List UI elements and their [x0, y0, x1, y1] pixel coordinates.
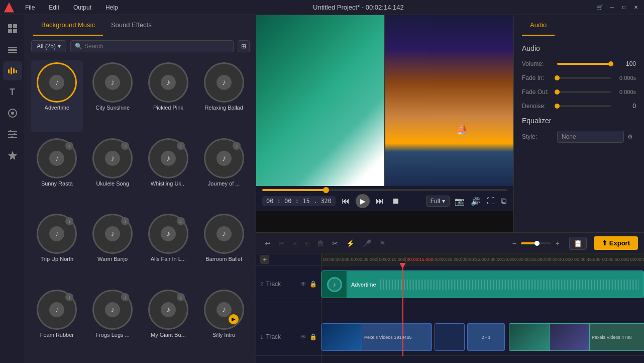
- video-clip-3[interactable]: 2 - 1: [467, 323, 505, 351]
- speed-button[interactable]: ⚡: [344, 238, 357, 249]
- eq-settings-icon[interactable]: ⚙: [624, 131, 636, 143]
- sidebar-item-text[interactable]: T: [3, 82, 22, 102]
- list-item[interactable]: ♪ ↓ Journey of ...: [198, 136, 250, 208]
- video-clip-4[interactable]: Pexels Videos 4708: [509, 323, 644, 351]
- list-item[interactable]: ♪ ↓ Alls Fair In L...: [143, 212, 194, 284]
- zoom-out-button[interactable]: −: [509, 238, 518, 249]
- menu-help[interactable]: Help: [102, 2, 121, 13]
- ruler-tick: 00:00:25.000: [461, 257, 489, 262]
- list-item[interactable]: ♪ ↓ Ukulele Song: [87, 136, 139, 208]
- sidebar-item-media[interactable]: [3, 19, 22, 38]
- delete-button[interactable]: 🗑: [314, 238, 327, 249]
- audio-disc-icon: ♪: [327, 277, 342, 292]
- grid-view-button[interactable]: ⊞: [238, 40, 250, 52]
- skip-back-button[interactable]: ⏮: [340, 196, 352, 207]
- quality-selector[interactable]: Full ▾: [426, 196, 450, 207]
- export-button[interactable]: ⬆ Export: [594, 236, 638, 250]
- marker-button[interactable]: ⚑: [377, 238, 388, 249]
- sidebar-item-audio[interactable]: [3, 61, 22, 80]
- voice-button[interactable]: 🎤: [360, 238, 374, 249]
- track-row-2: ♪ Advertime: [321, 265, 644, 303]
- music-disc-icon: ♪: [161, 151, 176, 166]
- list-item[interactable]: ♪ Advertime: [31, 60, 83, 132]
- denoise-slider[interactable]: [557, 105, 611, 107]
- undo-button[interactable]: ↩: [262, 238, 273, 249]
- volume-button[interactable]: 🔊: [470, 196, 482, 207]
- add-track-button[interactable]: +: [260, 255, 269, 264]
- transport-controls: 00 : 00 : 15 . 320 ⏮ ▶ ⏭ ⏹ Full ▾ 📷 🔊 ⛶ …: [262, 194, 507, 208]
- play-button[interactable]: ▶: [356, 194, 370, 208]
- video-thumb-1: [322, 324, 362, 350]
- ruler-tick: 00:00:20.000: [433, 257, 461, 262]
- video-clip-3-label: 2 - 1: [481, 335, 490, 340]
- cut-button[interactable]: ✂: [276, 238, 287, 249]
- list-item[interactable]: ♪ ↓ Foam Rubber: [31, 288, 83, 359]
- list-item[interactable]: ♪ ↓ Trip Up North: [31, 212, 83, 284]
- menu-edit[interactable]: Edit: [46, 2, 62, 13]
- list-item[interactable]: ♪ ▶ Silly Intro: [198, 288, 250, 359]
- paste-button[interactable]: ⎗: [302, 238, 311, 249]
- cart-icon[interactable]: 🛒: [596, 4, 604, 12]
- screenshot-button[interactable]: 📷: [454, 196, 466, 207]
- progress-bar[interactable]: [262, 189, 507, 191]
- svg-rect-4: [8, 47, 17, 48]
- list-item[interactable]: ♪ Barroom Ballet: [198, 212, 250, 284]
- filter-dropdown[interactable]: All (25) ▾: [31, 40, 66, 52]
- zoom-slider[interactable]: [521, 242, 551, 244]
- tab-background-music[interactable]: Background Music: [33, 15, 103, 36]
- music-thumbnail: ♪ ↓: [148, 214, 188, 254]
- fade-out-slider[interactable]: [557, 91, 611, 93]
- close-button[interactable]: ✕: [632, 4, 640, 12]
- copy-button[interactable]: ⎘: [290, 238, 299, 249]
- sidebar-item-stickers[interactable]: [3, 146, 22, 165]
- split-button[interactable]: ✂: [330, 238, 341, 249]
- minimize-button[interactable]: ─: [608, 4, 616, 12]
- sidebar-item-layers[interactable]: [3, 40, 22, 59]
- tab-sound-effects[interactable]: Sound Effects: [103, 15, 160, 36]
- track-1-visibility-icon[interactable]: 👁: [300, 333, 306, 340]
- list-item[interactable]: ♪ ↓ Frogs Legs ...: [87, 288, 139, 359]
- list-item[interactable]: ♪ ↓ Warm Banjo: [87, 212, 139, 284]
- video-clip-2[interactable]: [435, 323, 465, 351]
- pip-button[interactable]: ⧉: [500, 196, 507, 207]
- video-clip-1[interactable]: Pexels Videos 1918465: [321, 323, 432, 351]
- volume-slider[interactable]: [557, 63, 611, 65]
- media-tabs: Background Music Sound Effects: [25, 15, 256, 36]
- sidebar-item-filters[interactable]: [3, 125, 22, 144]
- zoom-in-button[interactable]: +: [553, 238, 562, 249]
- list-item[interactable]: ♪ Relaxing Ballad: [198, 60, 250, 132]
- style-select[interactable]: None: [557, 131, 624, 143]
- search-input[interactable]: [84, 41, 229, 52]
- svg-rect-8: [11, 67, 12, 74]
- audio-clip[interactable]: ♪ Advertime: [321, 270, 644, 298]
- fade-in-slider[interactable]: [557, 77, 611, 79]
- music-label: Whistling Uk...: [151, 180, 186, 187]
- volume-row: Volume: 100: [522, 60, 636, 67]
- fade-out-row: Fade Out: 0.000s: [522, 88, 636, 96]
- timeline-body: + 2 Track 👁 🔒: [256, 253, 644, 363]
- skip-forward-button[interactable]: ⏭: [374, 196, 386, 207]
- music-disc-icon: ♪: [49, 75, 64, 90]
- list-item[interactable]: ♪ ↓ My Giant Bu...: [143, 288, 194, 359]
- snapshot-button[interactable]: 📋: [569, 237, 587, 250]
- zoom-thumb: [534, 241, 540, 246]
- sidebar-item-effects[interactable]: [3, 104, 22, 123]
- list-item[interactable]: ♪ ↓ Sunny Rasta: [31, 136, 83, 208]
- music-thumbnail: ♪ ↓: [92, 138, 133, 178]
- menu-output[interactable]: Output: [70, 2, 94, 13]
- list-item[interactable]: ♪ ↓ Whistling Uk...: [143, 136, 194, 208]
- track-2-lock-icon[interactable]: 🔒: [309, 281, 317, 288]
- volume-thumb: [608, 61, 613, 66]
- list-item[interactable]: ♪ City Sunshine: [87, 60, 139, 132]
- ruler-tick: 00:00:40.000: [545, 257, 573, 262]
- stop-button[interactable]: ⏹: [390, 196, 402, 207]
- fullscreen-button[interactable]: ⛶: [486, 196, 496, 207]
- list-item[interactable]: ♪ Pickled Pink: [143, 60, 194, 132]
- track-1-lock-icon[interactable]: 🔒: [309, 333, 317, 340]
- audio-clip-label: Advertime: [347, 282, 380, 288]
- track-2-visibility-icon[interactable]: 👁: [300, 281, 306, 288]
- menu-file[interactable]: File: [22, 2, 38, 13]
- tab-audio[interactable]: Audio: [522, 15, 555, 36]
- download-icon: ↓: [177, 293, 185, 301]
- maximize-button[interactable]: □: [620, 4, 628, 12]
